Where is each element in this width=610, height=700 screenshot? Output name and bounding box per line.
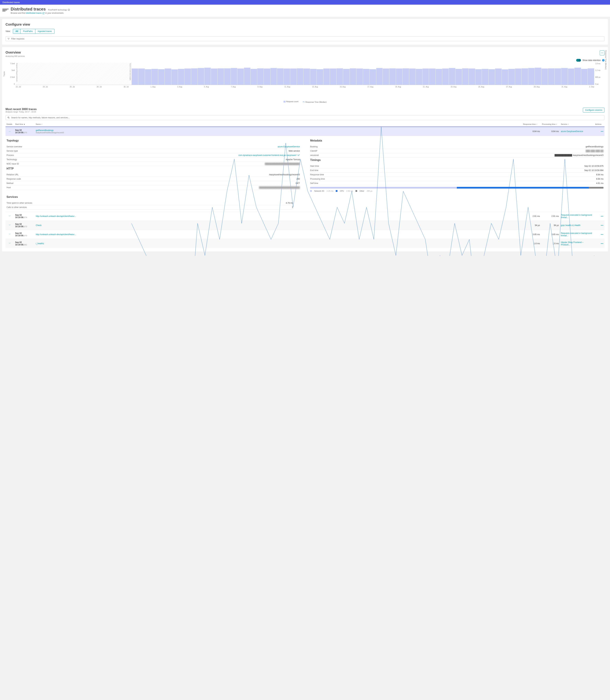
row-actions-button[interactable]: ••• bbox=[601, 130, 604, 132]
chevron-down-icon[interactable]: ﹀ bbox=[9, 224, 11, 227]
purepath-badge: PurePath® technology bbox=[48, 9, 70, 11]
x-axis-ticks: 22. Jul24. Jul26. Jul28. Jul30. Jul1. Au… bbox=[16, 86, 594, 88]
breadcrumb-item[interactable]: Distributed traces bbox=[2, 1, 20, 4]
tab-all[interactable]: All bbox=[13, 29, 21, 34]
svg-point-0 bbox=[68, 9, 70, 11]
search-icon bbox=[7, 116, 10, 119]
chevron-up-icon[interactable]: ︿ bbox=[9, 130, 11, 133]
distributed-traces-link[interactable]: distributed traces bbox=[26, 12, 45, 14]
overview-subtitle: Analyzing 688 services bbox=[5, 55, 25, 57]
overview-title: Overview bbox=[5, 50, 25, 54]
filter-field[interactable] bbox=[11, 37, 603, 40]
chevron-down-icon[interactable]: ﹀ bbox=[9, 215, 11, 218]
tab-ingested[interactable]: Ingested traces bbox=[35, 29, 54, 34]
filter-requests-input[interactable] bbox=[5, 36, 605, 41]
overview-card: Overview Analyzing 688 services ⋯ Show d… bbox=[2, 47, 608, 251]
col-details[interactable]: Details bbox=[5, 122, 14, 127]
breadcrumb-bar: Distributed traces bbox=[0, 0, 610, 5]
configure-view-title: Configure view bbox=[5, 22, 605, 27]
view-label: View: bbox=[5, 30, 11, 32]
info-icon[interactable]: i bbox=[602, 59, 605, 62]
col-actions: Actions bbox=[594, 122, 605, 127]
retention-toggle[interactable] bbox=[576, 59, 581, 62]
retention-toggle-label: Show data retention bbox=[582, 59, 601, 62]
y-axis-left-label: Traces bbox=[3, 71, 5, 76]
chevron-down-icon[interactable]: ﹀ bbox=[9, 233, 11, 236]
row-actions-button[interactable]: ••• bbox=[601, 215, 604, 218]
svg-point-1 bbox=[8, 117, 9, 118]
y-right-ticks: 1.8 ms1.2 ms600 µs0 µs bbox=[595, 63, 602, 85]
page-subtitle: Browse and find distributed traces in yo… bbox=[11, 12, 70, 14]
page-header: Distributed traces PurePath® technology … bbox=[0, 5, 610, 17]
row-actions-button[interactable]: ••• bbox=[601, 242, 604, 245]
purepath-icon bbox=[68, 9, 70, 11]
overview-chart[interactable]: Traces Response Time (Median) 7.5mil5mil… bbox=[5, 63, 605, 94]
configure-view-card: Configure view View: All PurePaths Inges… bbox=[2, 19, 608, 45]
view-tabs: All PurePaths Ingested traces bbox=[13, 29, 54, 34]
y-left-ticks: 7.5mil5mil2.5mil0 bbox=[8, 63, 15, 85]
filter-icon bbox=[7, 37, 10, 40]
y-axis-right-label: Response Time (Median) bbox=[605, 50, 607, 69]
tab-purepaths[interactable]: PurePaths bbox=[21, 29, 35, 34]
overview-more-button[interactable]: ⋯ bbox=[600, 50, 605, 55]
chevron-down-icon[interactable]: ﹀ bbox=[9, 242, 11, 245]
row-actions-button[interactable]: ••• bbox=[601, 233, 604, 236]
external-link-icon bbox=[42, 12, 45, 14]
page-title: Distributed traces bbox=[11, 7, 46, 12]
traces-icon bbox=[2, 7, 9, 13]
row-actions-button[interactable]: ••• bbox=[601, 224, 604, 226]
